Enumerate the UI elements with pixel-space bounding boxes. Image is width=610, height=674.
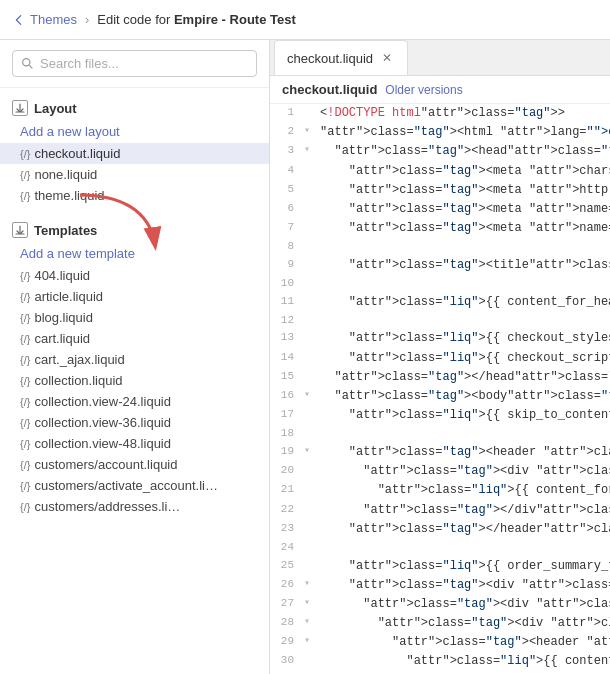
layout-section: Layout Add a new layout {/} checkout.liq… — [0, 88, 269, 210]
sidebar-item-collection-48[interactable]: {/} collection.view-48.liquid — [0, 433, 269, 454]
search-wrapper[interactable] — [12, 50, 257, 77]
sidebar-item-cart[interactable]: {/} cart.liquid — [0, 328, 269, 349]
file-name: customers/addresses.li… — [34, 499, 180, 514]
sidebar-item-404[interactable]: {/} 404.liquid — [0, 265, 269, 286]
line-number: 5 — [270, 181, 302, 200]
code-line: "attr">class="tag"></head"attr">class="t… — [312, 368, 610, 387]
line-number: 27 — [270, 595, 302, 614]
file-icon: {/} — [20, 480, 30, 492]
file-name: collection.liquid — [34, 373, 122, 388]
sidebar-item-collection-36[interactable]: {/} collection.view-36.liquid — [0, 412, 269, 433]
fold-button — [302, 238, 312, 256]
code-line: "attr">class="tag"><div "attr">class="wr… — [312, 595, 610, 614]
table-row: 27▾ "attr">class="tag"><div "attr">class… — [270, 595, 610, 614]
code-line: "attr">class="tag"><header "attr">class=… — [312, 443, 610, 462]
code-editor[interactable]: 1 <!DOCTYPE html"attr">class="tag">>2▾"a… — [270, 104, 610, 674]
line-number: 16 — [270, 387, 302, 406]
sidebar-item-customers-addresses[interactable]: {/} customers/addresses.li… — [0, 496, 269, 517]
table-row: 15 "attr">class="tag"></head"attr">class… — [270, 368, 610, 387]
tab-close-button[interactable]: ✕ — [379, 50, 395, 66]
code-line: "attr">class="tag"><div "attr">class="ma… — [312, 614, 610, 633]
line-number: 24 — [270, 539, 302, 557]
code-line: "attr">class="liq">{{ content_for_logo }… — [312, 481, 610, 500]
sidebar-item-customers-account[interactable]: {/} customers/account.liquid — [0, 454, 269, 475]
fold-button[interactable]: ▾ — [302, 443, 312, 462]
sidebar-scroll: Layout Add a new layout {/} checkout.liq… — [0, 88, 269, 674]
title-prefix: Edit code for — [97, 12, 174, 27]
code-line: "attr">class="tag"><body"attr">class="ta… — [312, 387, 610, 406]
fold-button[interactable]: ▾ — [302, 614, 312, 633]
file-name: 404.liquid — [34, 268, 90, 283]
layout-section-icon — [12, 100, 28, 116]
fold-button — [302, 200, 312, 219]
table-row: 21 "attr">class="liq">{{ content_for_log… — [270, 481, 610, 500]
fold-button — [302, 275, 312, 293]
file-icon: {/} — [20, 169, 30, 181]
code-line: "attr">class="tag"><title"attr">class="t… — [312, 256, 610, 275]
line-number: 30 — [270, 652, 302, 671]
table-row: 14 "attr">class="liq">{{ checkout_script… — [270, 349, 610, 368]
fold-button[interactable]: ▾ — [302, 595, 312, 614]
fold-button[interactable]: ▾ — [302, 633, 312, 652]
table-row: 2▾"attr">class="tag"><html "attr">lang="… — [270, 123, 610, 142]
add-layout-link[interactable]: Add a new layout — [0, 120, 269, 143]
file-icon: {/} — [20, 291, 30, 303]
older-versions-link[interactable]: Older versions — [385, 83, 462, 97]
table-row: 8 — [270, 238, 610, 256]
code-line: "attr">class="liq">{{ order_summary_togg… — [312, 557, 610, 576]
fold-button[interactable]: ▾ — [302, 576, 312, 595]
table-row: 25 "attr">class="liq">{{ order_summary_t… — [270, 557, 610, 576]
templates-section-header: Templates — [0, 218, 269, 242]
sidebar-item-none-liquid[interactable]: {/} none.liquid — [0, 164, 269, 185]
sidebar-item-theme-liquid[interactable]: {/} theme.liquid — [0, 185, 269, 206]
code-line: "attr">class="tag"><head"attr">class="ta… — [312, 142, 610, 161]
fold-button — [302, 312, 312, 330]
templates-section-icon — [12, 222, 28, 238]
line-number: 25 — [270, 557, 302, 576]
line-number: 7 — [270, 219, 302, 238]
file-name: cart._ajax.liquid — [34, 352, 124, 367]
svg-point-1 — [23, 59, 30, 66]
line-number: 23 — [270, 520, 302, 539]
fold-button — [302, 425, 312, 443]
code-line: "attr">class="liq">{{ content_for_header… — [312, 293, 610, 312]
fold-button — [302, 293, 312, 312]
layout-section-header: Layout — [0, 96, 269, 120]
table-row: 29▾ "attr">class="tag"><header "attr">cl… — [270, 633, 610, 652]
code-table: 1 <!DOCTYPE html"attr">class="tag">>2▾"a… — [270, 104, 610, 674]
table-row: 17 "attr">class="liq">{{ skip_to_content… — [270, 406, 610, 425]
line-number: 19 — [270, 443, 302, 462]
code-line — [312, 238, 610, 256]
table-row: 9 "attr">class="tag"><title"attr">class=… — [270, 256, 610, 275]
code-line: "attr">class="tag"><html "attr">lang="">… — [312, 123, 610, 142]
sidebar-item-customers-activate[interactable]: {/} customers/activate_account.li… — [0, 475, 269, 496]
fold-button — [302, 329, 312, 348]
sidebar-item-blog[interactable]: {/} blog.liquid — [0, 307, 269, 328]
tab-checkout-liquid[interactable]: checkout.liquid ✕ — [274, 40, 408, 75]
line-number: 3 — [270, 142, 302, 161]
sidebar-item-collection[interactable]: {/} collection.liquid — [0, 370, 269, 391]
fold-button[interactable]: ▾ — [302, 142, 312, 161]
code-line: "attr">class="liq">{{ checkout_styleshee… — [312, 329, 610, 348]
templates-title: Templates — [34, 223, 97, 238]
fold-button[interactable]: ▾ — [302, 387, 312, 406]
fold-button — [302, 501, 312, 520]
fold-button[interactable]: ▾ — [302, 123, 312, 142]
code-line: "attr">class="liq">{{ content_for_logo }… — [312, 652, 610, 671]
add-template-link[interactable]: Add a new template — [0, 242, 269, 265]
line-number: 10 — [270, 275, 302, 293]
fold-button — [302, 557, 312, 576]
tab-label: checkout.liquid — [287, 51, 373, 66]
table-row: 7 "attr">class="tag"><meta "attr">name="… — [270, 219, 610, 238]
file-icon: {/} — [20, 375, 30, 387]
table-row: 19▾ "attr">class="tag"><header "attr">cl… — [270, 443, 610, 462]
code-line: "attr">class="tag"></header"attr">class=… — [312, 520, 610, 539]
sidebar-item-checkout-liquid[interactable]: {/} checkout.liquid — [0, 143, 269, 164]
search-input[interactable] — [40, 56, 248, 71]
back-link[interactable]: Themes — [12, 12, 77, 27]
table-row: 16▾ "attr">class="tag"><body"attr">class… — [270, 387, 610, 406]
sidebar-item-cart-ajax[interactable]: {/} cart._ajax.liquid — [0, 349, 269, 370]
file-icon: {/} — [20, 354, 30, 366]
sidebar-item-collection-24[interactable]: {/} collection.view-24.liquid — [0, 391, 269, 412]
sidebar-item-article[interactable]: {/} article.liquid — [0, 286, 269, 307]
